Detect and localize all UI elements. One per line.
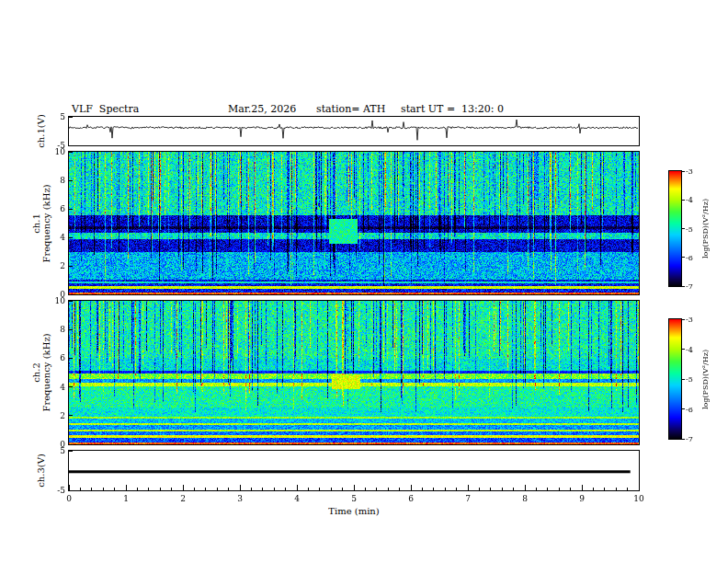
y-tick	[69, 386, 73, 387]
x-minor-tick	[205, 488, 206, 490]
x-minor-tick	[137, 488, 138, 490]
x-tick-label: 4	[288, 494, 306, 503]
x-minor-tick	[570, 488, 571, 490]
y-tick	[69, 237, 73, 238]
y-tick	[69, 180, 73, 181]
x-minor-tick	[331, 488, 332, 490]
y-tick	[69, 145, 73, 146]
y-tick-label: 4	[43, 383, 65, 392]
y-tick	[69, 358, 73, 359]
x-minor-tick	[365, 488, 366, 490]
y-tick	[69, 209, 73, 210]
x-minor-tick	[319, 488, 320, 490]
x-minor-tick	[228, 488, 229, 490]
x-minor-tick	[502, 488, 503, 490]
y-tick	[69, 415, 73, 416]
colorbar-tick-label: -6	[686, 254, 704, 262]
x-minor-tick	[285, 488, 286, 490]
x-tick-label: 5	[345, 494, 363, 503]
colorbar-tick-label: -4	[686, 346, 704, 354]
colorbar-ch2-canvas	[669, 319, 681, 439]
y-tick	[69, 301, 73, 302]
x-minor-tick	[171, 488, 172, 490]
y-axis-label-spec2-line2: Frequency (kHz)	[41, 319, 51, 426]
x-major-tick	[126, 485, 127, 490]
y-tick-label: -5	[43, 486, 65, 495]
x-minor-tick	[217, 488, 218, 490]
x-minor-tick	[308, 488, 309, 490]
colorbar-tick-label: -6	[686, 406, 704, 414]
y-tick-label: 8	[43, 176, 65, 185]
x-tick-label: 0	[60, 494, 78, 503]
y-tick-label: 5	[43, 446, 65, 455]
colorbar-ch1-canvas	[669, 171, 681, 286]
y-tick	[69, 152, 73, 153]
colorbar-tick-label: -5	[686, 375, 704, 384]
y-tick-label: 4	[43, 233, 65, 242]
y-tick-label: 6	[43, 353, 65, 362]
x-minor-tick	[627, 488, 628, 490]
y-tick-label: 2	[43, 261, 65, 270]
x-minor-tick	[262, 488, 263, 490]
plot-title: VLF Spectra	[72, 103, 139, 115]
x-minor-tick	[536, 488, 537, 490]
y-tick	[69, 117, 73, 118]
y-tick-label: 2	[43, 411, 65, 420]
x-minor-tick	[194, 488, 195, 490]
vlf-spectra-chart: VLF Spectra Mar.25, 2026 station= ATH st…	[0, 0, 728, 563]
x-minor-tick	[547, 488, 548, 490]
x-tick-label: 6	[402, 494, 420, 503]
x-axis-label: Time (min)	[299, 506, 409, 516]
x-minor-tick	[342, 488, 343, 490]
x-major-tick	[411, 485, 412, 490]
x-major-tick	[582, 485, 583, 490]
x-minor-tick	[559, 488, 560, 490]
colorbar-tick-label: -7	[686, 435, 704, 443]
x-tick-label: 8	[516, 494, 534, 503]
spectrogram-ch2-canvas	[69, 301, 639, 444]
colorbar-tick	[682, 286, 685, 287]
spectrogram-ch1-canvas	[69, 152, 639, 294]
colorbar-tick-label: -7	[686, 282, 704, 291]
y-tick	[69, 266, 73, 267]
x-minor-tick	[388, 488, 389, 490]
colorbar-tick	[682, 228, 685, 229]
x-minor-tick	[604, 488, 605, 490]
spectrogram-ch2-panel	[69, 301, 639, 444]
y-tick-label: 10	[43, 147, 65, 156]
y-tick-label: 10	[43, 296, 65, 305]
y-tick	[69, 294, 73, 295]
x-minor-tick	[479, 488, 480, 490]
colorbar-tick-label: -5	[686, 225, 704, 234]
x-minor-tick	[399, 488, 400, 490]
colorbar-tick	[682, 319, 685, 320]
x-minor-tick	[103, 488, 104, 490]
x-minor-tick	[251, 488, 252, 490]
y-tick	[69, 490, 73, 491]
y-tick	[69, 451, 73, 452]
y-tick-label: 8	[43, 325, 65, 334]
y-tick	[69, 329, 73, 330]
x-minor-tick	[593, 488, 594, 490]
x-major-tick	[468, 485, 469, 490]
colorbar-tick-label: -3	[686, 167, 704, 176]
colorbar-tick	[682, 257, 685, 258]
x-minor-tick	[376, 488, 377, 490]
x-minor-tick	[490, 488, 491, 490]
y-tick-label: 5	[43, 112, 65, 121]
x-minor-tick	[513, 488, 514, 490]
colorbar-tick	[682, 200, 685, 201]
colorbar-tick-label: -3	[686, 316, 704, 324]
x-minor-tick	[160, 488, 161, 490]
x-tick-label: 3	[231, 494, 249, 503]
colorbar-tick-label: -4	[686, 196, 704, 204]
x-major-tick	[240, 485, 241, 490]
colorbar-tick	[682, 171, 685, 172]
y-axis-label-spec2-line1: ch.2	[31, 319, 41, 426]
x-minor-tick	[274, 488, 275, 490]
x-minor-tick	[456, 488, 457, 490]
y-axis-label-spec1-line1: ch.1	[31, 170, 41, 277]
header-date: Mar.25, 2026	[228, 103, 296, 115]
x-tick-label: 9	[573, 494, 591, 503]
x-tick-label: 7	[459, 494, 477, 503]
